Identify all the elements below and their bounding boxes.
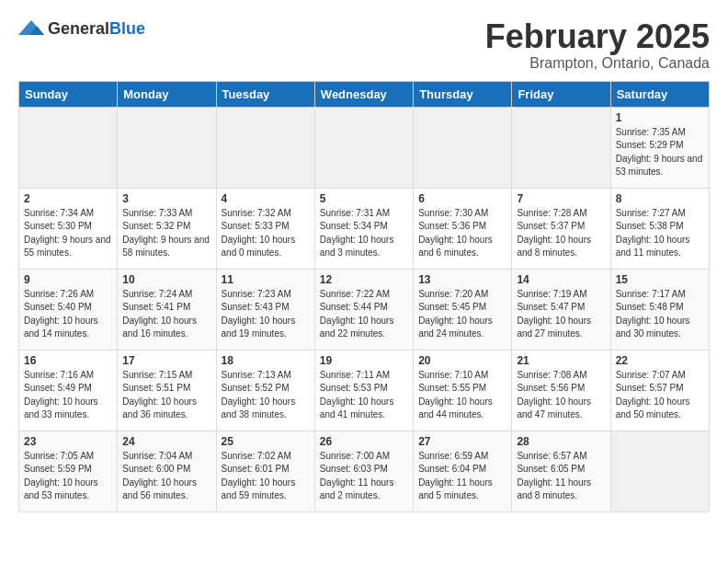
calendar-cell: 10Sunrise: 7:24 AM Sunset: 5:41 PM Dayli… <box>118 269 216 350</box>
calendar-cell: 13Sunrise: 7:20 AM Sunset: 5:45 PM Dayli… <box>414 269 512 350</box>
title-block: February 2025 Brampton, Ontario, Canada <box>485 18 710 72</box>
weekday-header-tuesday: Tuesday <box>216 81 314 107</box>
calendar-cell: 24Sunrise: 7:04 AM Sunset: 6:00 PM Dayli… <box>118 431 216 511</box>
calendar-cell: 15Sunrise: 7:17 AM Sunset: 5:48 PM Dayli… <box>610 269 709 350</box>
day-info: Sunrise: 7:26 AM Sunset: 5:40 PM Dayligh… <box>24 288 112 341</box>
calendar-cell <box>314 107 413 188</box>
calendar-cell: 11Sunrise: 7:23 AM Sunset: 5:43 PM Dayli… <box>216 269 314 350</box>
day-info: Sunrise: 7:28 AM Sunset: 5:37 PM Dayligh… <box>517 207 605 260</box>
weekday-header-row: SundayMondayTuesdayWednesdayThursdayFrid… <box>19 81 710 107</box>
day-number: 11 <box>222 273 310 286</box>
weekday-header-saturday: Saturday <box>610 81 709 107</box>
calendar-cell <box>610 431 709 511</box>
weekday-header-monday: Monday <box>118 81 216 107</box>
day-info: Sunrise: 7:17 AM Sunset: 5:48 PM Dayligh… <box>616 288 704 341</box>
calendar-cell: 16Sunrise: 7:16 AM Sunset: 5:49 PM Dayli… <box>19 350 118 431</box>
day-number: 8 <box>616 192 704 205</box>
calendar-cell <box>512 107 610 188</box>
day-number: 28 <box>517 435 605 448</box>
day-number: 9 <box>24 273 112 286</box>
calendar-cell: 2Sunrise: 7:34 AM Sunset: 5:30 PM Daylig… <box>19 188 118 269</box>
day-number: 10 <box>122 273 210 286</box>
calendar-cell: 27Sunrise: 6:59 AM Sunset: 6:04 PM Dayli… <box>414 431 512 511</box>
day-number: 27 <box>418 435 506 448</box>
day-number: 2 <box>24 192 112 205</box>
calendar-cell: 3Sunrise: 7:33 AM Sunset: 5:32 PM Daylig… <box>118 188 216 269</box>
calendar-week-1: 1Sunrise: 7:35 AM Sunset: 5:29 PM Daylig… <box>19 107 710 188</box>
day-info: Sunrise: 7:02 AM Sunset: 6:01 PM Dayligh… <box>222 450 310 503</box>
calendar-cell: 19Sunrise: 7:11 AM Sunset: 5:53 PM Dayli… <box>314 350 413 431</box>
day-info: Sunrise: 7:30 AM Sunset: 5:36 PM Dayligh… <box>418 207 506 260</box>
day-number: 18 <box>222 354 310 367</box>
day-number: 1 <box>616 111 704 124</box>
day-number: 14 <box>517 273 605 286</box>
day-info: Sunrise: 7:34 AM Sunset: 5:30 PM Dayligh… <box>24 207 112 260</box>
calendar-week-3: 9Sunrise: 7:26 AM Sunset: 5:40 PM Daylig… <box>19 269 710 350</box>
day-info: Sunrise: 7:11 AM Sunset: 5:53 PM Dayligh… <box>320 369 408 422</box>
day-number: 20 <box>418 354 506 367</box>
calendar-cell <box>216 107 314 188</box>
header: GeneralBlue February 2025 Brampton, Onta… <box>18 18 710 72</box>
day-number: 22 <box>616 354 704 367</box>
day-info: Sunrise: 7:13 AM Sunset: 5:52 PM Dayligh… <box>222 369 310 422</box>
day-info: Sunrise: 7:27 AM Sunset: 5:38 PM Dayligh… <box>616 207 704 260</box>
calendar-cell: 12Sunrise: 7:22 AM Sunset: 5:44 PM Dayli… <box>314 269 413 350</box>
logo: GeneralBlue <box>18 18 145 39</box>
weekday-header-sunday: Sunday <box>19 81 118 107</box>
calendar-cell: 9Sunrise: 7:26 AM Sunset: 5:40 PM Daylig… <box>19 269 118 350</box>
day-number: 4 <box>222 192 310 205</box>
calendar-week-4: 16Sunrise: 7:16 AM Sunset: 5:49 PM Dayli… <box>19 350 710 431</box>
day-number: 12 <box>320 273 408 286</box>
day-info: Sunrise: 7:05 AM Sunset: 5:59 PM Dayligh… <box>24 450 112 503</box>
calendar-table: SundayMondayTuesdayWednesdayThursdayFrid… <box>18 81 710 512</box>
day-number: 21 <box>517 354 605 367</box>
calendar-cell: 22Sunrise: 7:07 AM Sunset: 5:57 PM Dayli… <box>610 350 709 431</box>
calendar-cell <box>414 107 512 188</box>
logo-blue: Blue <box>109 19 145 38</box>
day-number: 3 <box>122 192 210 205</box>
calendar-cell: 4Sunrise: 7:32 AM Sunset: 5:33 PM Daylig… <box>216 188 314 269</box>
day-info: Sunrise: 7:07 AM Sunset: 5:57 PM Dayligh… <box>616 369 704 422</box>
calendar-cell: 28Sunrise: 6:57 AM Sunset: 6:05 PM Dayli… <box>512 431 610 511</box>
day-number: 25 <box>222 435 310 448</box>
calendar-cell: 18Sunrise: 7:13 AM Sunset: 5:52 PM Dayli… <box>216 350 314 431</box>
logo-general: General <box>48 19 109 38</box>
day-number: 7 <box>517 192 605 205</box>
weekday-header-friday: Friday <box>512 81 610 107</box>
day-number: 13 <box>418 273 506 286</box>
day-number: 16 <box>24 354 112 367</box>
day-info: Sunrise: 7:19 AM Sunset: 5:47 PM Dayligh… <box>517 288 605 341</box>
calendar-cell: 6Sunrise: 7:30 AM Sunset: 5:36 PM Daylig… <box>414 188 512 269</box>
calendar-cell: 14Sunrise: 7:19 AM Sunset: 5:47 PM Dayli… <box>512 269 610 350</box>
calendar-cell: 17Sunrise: 7:15 AM Sunset: 5:51 PM Dayli… <box>118 350 216 431</box>
calendar-cell: 21Sunrise: 7:08 AM Sunset: 5:56 PM Dayli… <box>512 350 610 431</box>
calendar-week-5: 23Sunrise: 7:05 AM Sunset: 5:59 PM Dayli… <box>19 431 710 511</box>
calendar-cell: 8Sunrise: 7:27 AM Sunset: 5:38 PM Daylig… <box>610 188 709 269</box>
logo-text: GeneralBlue <box>48 19 145 39</box>
day-number: 24 <box>122 435 210 448</box>
day-number: 6 <box>418 192 506 205</box>
day-info: Sunrise: 7:00 AM Sunset: 6:03 PM Dayligh… <box>320 450 408 503</box>
calendar-cell: 5Sunrise: 7:31 AM Sunset: 5:34 PM Daylig… <box>314 188 413 269</box>
calendar-cell <box>19 107 118 188</box>
day-info: Sunrise: 7:15 AM Sunset: 5:51 PM Dayligh… <box>122 369 210 422</box>
day-number: 17 <box>122 354 210 367</box>
day-info: Sunrise: 7:16 AM Sunset: 5:49 PM Dayligh… <box>24 369 112 422</box>
day-number: 26 <box>320 435 408 448</box>
day-info: Sunrise: 7:08 AM Sunset: 5:56 PM Dayligh… <box>517 369 605 422</box>
calendar-cell: 26Sunrise: 7:00 AM Sunset: 6:03 PM Dayli… <box>314 431 413 511</box>
day-number: 5 <box>320 192 408 205</box>
day-info: Sunrise: 7:23 AM Sunset: 5:43 PM Dayligh… <box>222 288 310 341</box>
month-title: February 2025 <box>485 18 710 55</box>
calendar-cell: 7Sunrise: 7:28 AM Sunset: 5:37 PM Daylig… <box>512 188 610 269</box>
logo-icon <box>18 18 44 39</box>
day-info: Sunrise: 7:33 AM Sunset: 5:32 PM Dayligh… <box>122 207 210 260</box>
calendar-cell: 23Sunrise: 7:05 AM Sunset: 5:59 PM Dayli… <box>19 431 118 511</box>
day-info: Sunrise: 7:20 AM Sunset: 5:45 PM Dayligh… <box>418 288 506 341</box>
day-info: Sunrise: 6:59 AM Sunset: 6:04 PM Dayligh… <box>418 450 506 503</box>
day-number: 15 <box>616 273 704 286</box>
location-title: Brampton, Ontario, Canada <box>485 55 710 72</box>
day-info: Sunrise: 7:22 AM Sunset: 5:44 PM Dayligh… <box>320 288 408 341</box>
calendar-week-2: 2Sunrise: 7:34 AM Sunset: 5:30 PM Daylig… <box>19 188 710 269</box>
calendar-cell: 1Sunrise: 7:35 AM Sunset: 5:29 PM Daylig… <box>610 107 709 188</box>
